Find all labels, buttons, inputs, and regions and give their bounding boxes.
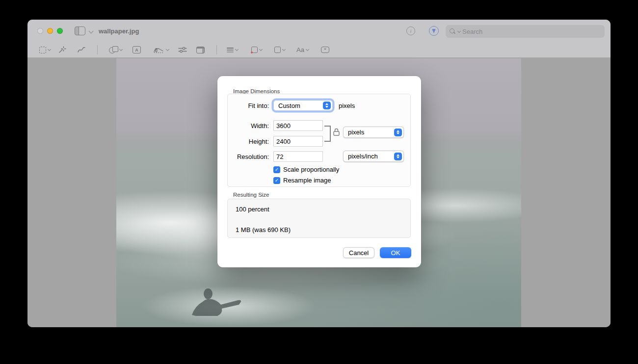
fit-into-label: Fit into:	[228, 102, 269, 109]
info-icon[interactable]: i	[406, 26, 415, 35]
scale-proportionally-label: Scale proportionally	[283, 166, 339, 173]
window-title: wallpaper.jpg	[99, 27, 139, 35]
selection-icon	[39, 47, 46, 53]
resolution-unit-popup[interactable]: pixels/inch	[343, 151, 404, 162]
line-weight-icon	[227, 48, 234, 52]
line-style-button[interactable]	[227, 42, 238, 57]
link-bracket	[324, 126, 331, 142]
lock-icon	[333, 128, 340, 136]
popup-stepper-icon	[323, 102, 331, 109]
shapes-icon	[109, 46, 118, 53]
search-chevron-icon[interactable]	[457, 29, 461, 32]
section-title-resulting-size: Resulting Size	[233, 192, 269, 198]
resulting-size-groupbox: 100 percent 1 MB (was 690 KB)	[227, 199, 411, 238]
signature-icon	[154, 47, 164, 53]
resample-image-row[interactable]: ✓ Resample image	[273, 177, 331, 184]
annotate-button[interactable]: ❝	[321, 42, 329, 57]
height-label: Height:	[228, 138, 269, 145]
resulting-filesize: 1 MB (was 690 KB)	[236, 226, 291, 234]
chevron-down-icon	[48, 47, 51, 51]
close-button[interactable]	[37, 28, 43, 34]
adjust-color-button[interactable]	[178, 42, 187, 57]
text-box-icon: A	[133, 46, 141, 53]
dialog-buttons: Cancel OK	[343, 247, 411, 258]
surfer-silhouette	[190, 286, 249, 321]
border-color-button[interactable]	[251, 42, 262, 57]
speech-bubble-icon: ❝	[321, 47, 329, 53]
fill-color-icon	[274, 47, 281, 53]
popup-stepper-icon	[394, 153, 402, 160]
chevron-down-icon	[119, 47, 123, 51]
shapes-button[interactable]	[109, 42, 122, 57]
fill-color-button[interactable]	[274, 42, 285, 57]
sliders-icon	[178, 46, 187, 53]
resample-image-checkbox[interactable]: ✓	[273, 177, 280, 184]
toolbar-divider	[97, 45, 98, 54]
border-color-icon	[251, 47, 258, 53]
fit-into-popup[interactable]: Custom	[273, 100, 333, 111]
search-icon	[450, 28, 456, 35]
layout-panel-icon	[196, 47, 205, 53]
text-style-button[interactable]: Aa	[296, 42, 309, 57]
text-box-button[interactable]: A	[133, 42, 141, 57]
sign-button[interactable]	[154, 42, 169, 57]
chevron-down-icon	[166, 47, 169, 51]
height-input[interactable]	[273, 136, 323, 147]
markup-toolbar: A	[27, 42, 611, 58]
resample-image-label: Resample image	[283, 177, 331, 184]
fit-into-value: Custom	[278, 102, 300, 109]
titlebar: wallpaper.jpg i	[27, 20, 611, 42]
ok-button[interactable]: OK	[380, 247, 411, 258]
width-input[interactable]	[273, 120, 323, 131]
chevron-down-icon	[235, 47, 239, 51]
layout-button[interactable]	[196, 42, 205, 57]
dimensions-groupbox: Fit into: Custom pixels Width: Height: p…	[227, 94, 411, 187]
sketch-pen-icon	[77, 46, 86, 53]
search-field[interactable]	[446, 25, 605, 38]
instant-alpha-button[interactable]	[58, 42, 66, 57]
sidebar-toggle-icon[interactable]	[75, 26, 85, 35]
sketch-button[interactable]	[77, 42, 86, 57]
scale-proportionally-row[interactable]: ✓ Scale proportionally	[273, 166, 339, 173]
zoom-button[interactable]	[57, 28, 63, 34]
traffic-lights	[37, 28, 63, 34]
search-input[interactable]	[462, 28, 585, 35]
magic-wand-icon	[58, 46, 66, 54]
dimensions-unit-value: pixels	[348, 129, 364, 136]
color-dot-icon	[251, 52, 253, 53]
toolbar-divider	[216, 45, 217, 54]
resolution-label: Resolution:	[228, 153, 269, 160]
markup-toolbar-icon[interactable]	[429, 26, 439, 36]
chevron-down-icon[interactable]	[89, 29, 94, 34]
preview-window: wallpaper.jpg i	[27, 20, 611, 327]
chevron-down-icon	[259, 47, 263, 51]
resulting-percent: 100 percent	[236, 206, 269, 213]
resolution-input[interactable]	[273, 151, 323, 162]
cancel-button[interactable]: Cancel	[343, 247, 374, 258]
selection-tool-button[interactable]	[39, 42, 51, 57]
width-label: Width:	[228, 122, 269, 130]
image-dimensions-dialog: Image Dimensions Fit into: Custom pixels…	[217, 76, 421, 267]
chevron-down-icon	[282, 47, 286, 51]
resolution-unit-value: pixels/inch	[348, 153, 378, 160]
minimize-button[interactable]	[47, 28, 53, 34]
text-style-icon: Aa	[296, 46, 304, 53]
chevron-down-icon	[306, 47, 309, 51]
pen-nib-icon	[432, 29, 436, 33]
fit-into-unit-label: pixels	[339, 102, 355, 109]
dimensions-unit-popup[interactable]: pixels	[343, 127, 404, 138]
scale-proportionally-checkbox[interactable]: ✓	[273, 166, 280, 173]
popup-stepper-icon	[394, 129, 402, 136]
